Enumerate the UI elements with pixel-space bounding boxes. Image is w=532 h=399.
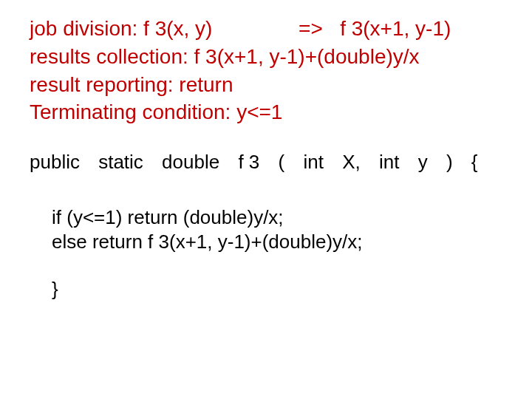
recursion-analysis: job division: f 3(x, y) => f 3(x+1, y-1)… — [30, 15, 502, 126]
results-collection-line: results collection: f 3(x+1, y-1)+(doubl… — [30, 43, 502, 71]
paren-open: ( — [279, 149, 285, 175]
kw-int-1: int — [303, 149, 323, 175]
job-division-line: job division: f 3(x, y) => f 3(x+1, y-1) — [30, 15, 502, 43]
param-y: y — [418, 149, 428, 175]
param-x: X, — [342, 149, 361, 175]
method-signature: public static double f 3 ( int X, int y … — [30, 149, 502, 175]
result-reporting-line: result reporting: return — [30, 71, 502, 99]
method-body: if (y<=1) return (double)y/x; else retur… — [30, 205, 502, 302]
slide-content: job division: f 3(x, y) => f 3(x+1, y-1)… — [0, 0, 532, 317]
terminating-condition-line: Terminating condition: y<=1 — [30, 98, 502, 126]
method-name: f 3 — [238, 149, 259, 175]
kw-static: static — [98, 149, 143, 175]
if-return-line: if (y<=1) return (double)y/x; — [52, 205, 502, 231]
kw-double: double — [162, 149, 219, 175]
kw-public: public — [30, 149, 80, 175]
brace-open: { — [471, 149, 478, 175]
else-return-line: else return f 3(x+1, y-1)+(double)y/x; — [52, 230, 502, 255]
paren-close: ) — [446, 149, 453, 175]
brace-close: } — [52, 277, 502, 302]
kw-int-2: int — [379, 149, 399, 175]
